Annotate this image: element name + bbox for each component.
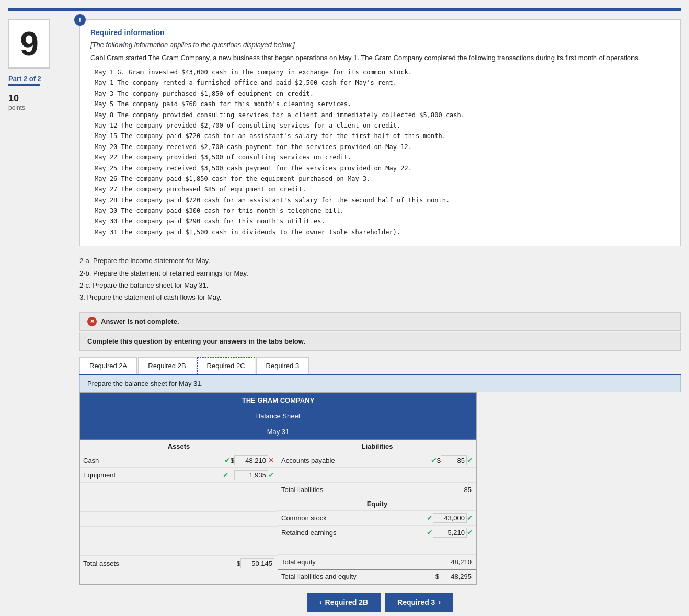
bs-col-headers: Assets Liabilities — [80, 440, 476, 453]
bs-left-spacer2 — [80, 497, 278, 512]
transaction-item: May 20 The company received $2,700 cash … — [95, 142, 670, 152]
bs-total-equity-row: Total equity 48,210 — [278, 555, 476, 569]
question-item: 2-c. Prepare the balance sheet for May 3… — [79, 279, 681, 291]
transactions-list: May 1 G. Gram invested $43,000 cash in t… — [90, 67, 670, 237]
balance-sheet-container: THE GRAM COMPANY Balance Sheet May 31 As… — [79, 392, 477, 585]
bs-total-assets-label: Total assets — [83, 560, 199, 567]
common-stock-check-icon: ✔ — [427, 514, 433, 522]
retained-check2-icon: ✔ — [467, 528, 473, 537]
nav-buttons: ‹ Required 2B Required 3 › — [79, 593, 681, 612]
exclamation-icon: ! — [74, 14, 86, 26]
bs-cash-dollar: $ — [231, 457, 234, 464]
total-assets-value[interactable]: 50,145 — [240, 558, 274, 568]
total-equity-value: 48,210 — [439, 557, 473, 566]
bs-ap-row: Accounts payable ✔ $ 85 ✔ — [278, 453, 476, 468]
bs-right-spacer1 — [278, 468, 476, 483]
main-layout: 9 Part 2 of 2 10 points ! Required infor… — [8, 19, 681, 612]
tab-required-3[interactable]: Required 3 — [256, 357, 309, 374]
bs-ap-dollar: $ — [437, 457, 441, 464]
bs-total-liab-equity-dollar: $ — [397, 573, 439, 580]
equipment-check-icon: ✔ — [223, 471, 229, 479]
bs-total-assets-row: Total assets $ 50,145 — [80, 556, 278, 571]
ap-check-icon: ✔ — [431, 456, 437, 464]
bs-total-assets-dollar: $ — [199, 560, 240, 567]
question-item: 2-b. Prepare the statement of retained e… — [79, 267, 681, 279]
ap-value-input[interactable]: 85 — [441, 455, 467, 465]
error-icon: ✕ — [87, 317, 97, 326]
equipment-value-input[interactable]: 1,935 — [234, 470, 268, 480]
bs-common-stock-label: Common stock — [281, 514, 427, 522]
question-item: 3. Prepare the statement of cash flows f… — [79, 291, 681, 303]
bs-ap-label: Accounts payable — [281, 457, 431, 464]
cash-value-input[interactable]: 48,210 — [234, 455, 268, 465]
transaction-item: May 1 G. Gram invested $43,000 cash in t… — [95, 67, 670, 77]
top-bar — [8, 8, 681, 11]
req-info-italic: [The following information applies to th… — [90, 41, 670, 49]
sidebar-number: 9 — [8, 19, 50, 69]
transaction-item: May 30 The company paid $290 cash for th… — [95, 216, 670, 226]
question-item: 2-a. Prepare the income statement for Ma… — [79, 255, 681, 267]
retained-check-icon: ✔ — [427, 528, 433, 537]
req-info-title: Required information — [90, 28, 670, 37]
bs-equipment-label: Equipment — [83, 471, 223, 479]
transaction-item: May 3 The company purchased $1,850 of eq… — [95, 88, 670, 99]
bs-common-stock-row: Common stock ✔ 43,000 ✔ — [278, 511, 476, 526]
bs-assets-section: Cash ✔ $ 48,210 ✕ Equipment ✔ 1,935 — [80, 453, 278, 584]
transaction-item: May 12 The company provided $2,700 of co… — [95, 120, 670, 131]
questions-section: 2-a. Prepare the income statement for Ma… — [79, 255, 681, 304]
bs-company-name: THE GRAM COMPANY — [80, 393, 476, 408]
bs-total-liab-row: Total liabilities 85 — [278, 483, 476, 497]
tabs-row: Required 2A Required 2B Required 2C Requ… — [79, 357, 681, 375]
bs-liabilities-header: Liabilities — [278, 440, 476, 453]
next-button[interactable]: Required 3 › — [385, 593, 453, 612]
total-liab-value: 85 — [439, 485, 473, 494]
total-liab-equity-value: 48,295 — [439, 572, 473, 581]
bs-left-spacer4 — [80, 527, 278, 541]
transaction-item: May 1 The company rented a furnished off… — [95, 77, 670, 88]
tab-required-2a[interactable]: Required 2A — [79, 357, 137, 374]
answer-status-bar: ✕ Answer is not complete. — [79, 312, 681, 331]
bs-cash-label: Cash — [83, 457, 224, 464]
transaction-item: May 25 The company received $3,500 cash … — [95, 163, 670, 174]
bs-assets-header: Assets — [80, 440, 278, 453]
bs-total-liab-label: Total liabilities — [281, 486, 439, 494]
bs-left-spacer1 — [80, 483, 278, 497]
bs-right-section: Accounts payable ✔ $ 85 ✔ Total liabilit… — [278, 453, 476, 584]
tab-required-2c[interactable]: Required 2C — [197, 357, 255, 374]
bs-total-equity-label: Total equity — [281, 558, 439, 566]
bs-cash-row: Cash ✔ $ 48,210 ✕ — [80, 453, 278, 468]
complete-instruction-bar: Complete this question by entering your … — [79, 332, 681, 351]
prev-arrow-icon: ‹ — [319, 598, 322, 607]
bs-retained-label: Retained earnings — [281, 529, 427, 537]
bs-total-liab-equity-row: Total liabilities and equity $ 48,295 — [278, 569, 476, 584]
bs-retained-row: Retained earnings ✔ 5,210 ✔ — [278, 526, 476, 540]
sidebar-points-num: 10 — [8, 93, 71, 104]
ap-check2-icon: ✔ — [467, 456, 473, 464]
bs-date-label: May 31 — [80, 424, 476, 440]
bs-right-spacer2 — [278, 540, 476, 555]
common-stock-value-input[interactable]: 43,000 — [433, 513, 467, 523]
bs-equipment-row: Equipment ✔ 1,935 ✔ — [80, 468, 278, 483]
sidebar-part-label: Part 2 of 2 — [8, 75, 71, 83]
prev-button-label: Required 2B — [325, 598, 368, 607]
next-arrow-icon: › — [438, 598, 441, 607]
page-wrapper: 9 Part 2 of 2 10 points ! Required infor… — [0, 0, 689, 616]
prev-button[interactable]: ‹ Required 2B — [307, 593, 381, 612]
retained-value-input[interactable]: 5,210 — [433, 528, 467, 538]
cash-error-icon: ✕ — [268, 456, 274, 464]
common-stock-check2-icon: ✔ — [467, 514, 473, 522]
tab-required-2b[interactable]: Required 2B — [138, 357, 196, 374]
transaction-item: May 8 The company provided consulting se… — [95, 110, 670, 120]
transaction-item: May 28 The company paid $720 cash for an… — [95, 195, 670, 206]
transaction-item: May 22 The company provided $3,500 of co… — [95, 152, 670, 163]
bs-left-spacer5 — [80, 541, 278, 556]
next-button-label: Required 3 — [397, 598, 435, 607]
equipment-check2-icon: ✔ — [268, 471, 274, 479]
bs-total-liab-equity-label: Total liabilities and equity — [281, 573, 397, 580]
bs-statement-name: Balance Sheet — [80, 408, 476, 424]
transaction-item: May 27 The company purchased $85 of equi… — [95, 184, 670, 195]
answer-status-text: Answer is not complete. — [101, 317, 179, 325]
main-content: ! Required information [The following in… — [79, 19, 681, 612]
sidebar-part-line — [8, 84, 40, 86]
transaction-item: May 15 The company paid $720 cash for an… — [95, 131, 670, 141]
